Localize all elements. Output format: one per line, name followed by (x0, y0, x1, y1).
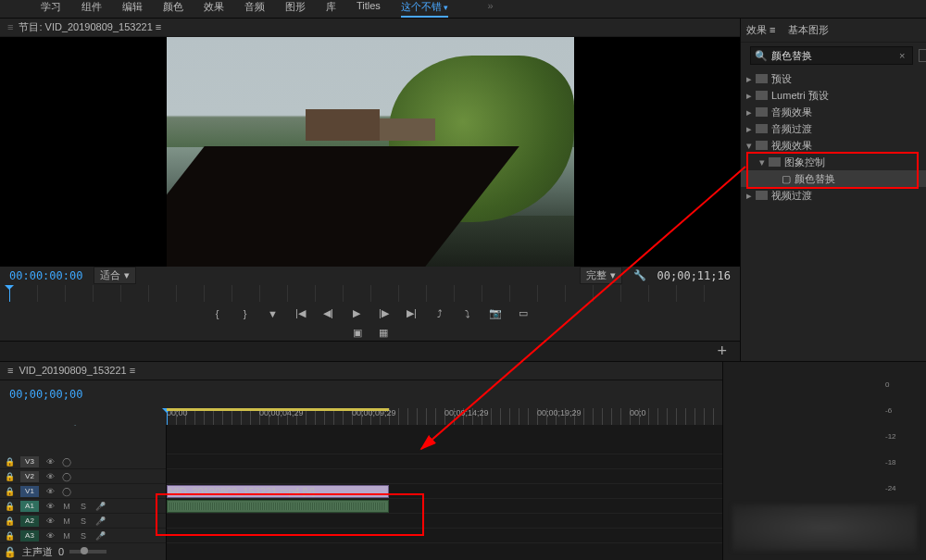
comparison-icon[interactable]: ▭ (516, 306, 531, 321)
timeline-ruler[interactable]: 00;00 00;00;04;29 00;00;09;29 00;00;14;2… (0, 408, 722, 425)
master-volume-slider[interactable] (69, 550, 106, 554)
timeline-lanes[interactable]: VID_20190809_153221.mp4 [V] (167, 425, 722, 560)
go-to-in-icon[interactable]: |◀ (294, 306, 308, 321)
workspace-tab[interactable]: 颜色 (163, 0, 183, 18)
settings-wrench-icon[interactable]: 🔧 (633, 269, 646, 281)
lock-icon[interactable]: 🔒 (4, 516, 15, 526)
tree-item-video-transitions[interactable]: ▸视频过渡 (741, 187, 926, 204)
tree-item-audio-transitions[interactable]: ▸音频过渡 (741, 120, 926, 137)
m-button[interactable]: M (61, 531, 72, 541)
mute-icon[interactable]: 👁 (44, 502, 56, 511)
playhead-timecode[interactable]: 00:00:00:00 (9, 269, 82, 282)
track-header-v1[interactable]: 🔒V1👁◯ (0, 484, 166, 499)
add-button-icon[interactable]: + (717, 342, 727, 361)
track-tag[interactable]: A2 (20, 516, 39, 527)
sequence-tab[interactable]: VID_20190809_153221 ≡ (19, 365, 135, 376)
tree-item-color-replace[interactable]: ▢颜色替换 (741, 170, 926, 187)
workspace-tab[interactable]: 图形 (285, 0, 306, 18)
eye-icon[interactable]: 👁 (44, 457, 56, 467)
lane-a1[interactable] (167, 499, 722, 514)
lane-v3[interactable] (167, 454, 722, 469)
extract-icon[interactable]: ⤵ (460, 306, 475, 321)
eye-icon[interactable]: 👁 (44, 487, 56, 496)
m-button[interactable]: M (61, 502, 72, 511)
mute-icon[interactable]: 👁 (44, 531, 56, 541)
sync-lock-icon[interactable]: ◯ (61, 457, 72, 467)
track-tag[interactable]: A3 (20, 530, 39, 541)
lock-icon[interactable]: 🔒 (4, 546, 17, 558)
mic-icon[interactable]: 🎤 (94, 502, 106, 511)
s-button[interactable]: S (78, 531, 89, 541)
playback-quality-dropdown[interactable]: 完整 ▾ (580, 267, 622, 284)
mark-out-icon[interactable]: } (238, 306, 253, 321)
overwrite-icon[interactable]: ▦ (376, 326, 391, 341)
workspace-tab[interactable]: Titles (357, 0, 381, 18)
eye-icon[interactable]: 👁 (44, 472, 56, 481)
workspace-tab-active[interactable]: 这个不错 (401, 0, 449, 18)
lock-icon[interactable]: 🔒 (4, 472, 15, 481)
timeline-timecode[interactable]: 00;00;00;00 (9, 388, 82, 401)
lift-icon[interactable]: ⤴ (432, 306, 447, 321)
s-button[interactable]: S (78, 516, 89, 526)
mic-icon[interactable]: 🎤 (94, 516, 106, 526)
track-header-a1[interactable]: 🔒A1👁MS🎤 (0, 499, 166, 514)
panel-menu-icon[interactable]: ≡ (7, 21, 13, 32)
track-tag[interactable]: A1 (20, 501, 39, 512)
accelerated-filter-icon[interactable] (919, 49, 926, 62)
mute-icon[interactable]: 👁 (44, 516, 56, 526)
m-button[interactable]: M (61, 516, 72, 526)
panel-menu-icon[interactable]: ≡ (7, 365, 13, 376)
track-tag[interactable]: V3 (20, 456, 39, 467)
mark-in-icon[interactable]: { (210, 306, 225, 321)
audio-clip[interactable] (167, 500, 389, 513)
step-forward-icon[interactable]: |▶ (377, 306, 392, 321)
add-marker-icon[interactable]: ▼ (266, 306, 281, 321)
tree-item-video-effects[interactable]: ▾视频效果 (741, 137, 926, 154)
zoom-fit-dropdown[interactable]: 适合 ▾ (94, 267, 136, 284)
video-clip[interactable]: VID_20190809_153221.mp4 [V] (167, 485, 389, 498)
workspace-tab[interactable]: 编辑 (122, 0, 143, 18)
tree-item-presets[interactable]: ▸预设 (741, 70, 926, 87)
lock-icon[interactable]: 🔒 (4, 531, 15, 541)
workspace-tab[interactable]: 效果 (204, 0, 224, 18)
effects-tab[interactable]: 效果 ≡ (746, 23, 775, 37)
track-header-v3[interactable]: 🔒V3👁◯ (0, 454, 166, 469)
master-track-header[interactable]: 🔒主声道0 (0, 543, 166, 560)
tree-item-audio-effects[interactable]: ▸音频效果 (741, 104, 926, 120)
s-button[interactable]: S (78, 502, 89, 511)
tree-item-image-control[interactable]: ▾图象控制 (741, 154, 926, 170)
mic-icon[interactable]: 🎤 (94, 531, 106, 541)
overflow-chevron-icon[interactable]: » (487, 0, 493, 18)
effects-search-box[interactable]: 🔍 × (750, 46, 913, 65)
clear-search-icon[interactable]: × (899, 50, 905, 61)
program-scrubber[interactable] (9, 285, 731, 302)
workspace-tab[interactable]: 音频 (244, 0, 265, 18)
track-header-a3[interactable]: 🔒A3👁MS🎤 (0, 529, 166, 543)
tree-item-lumetri-presets[interactable]: ▸Lumetri 预设 (741, 87, 926, 104)
lane-a2[interactable] (167, 514, 722, 529)
lock-icon[interactable]: 🔒 (4, 457, 15, 467)
lane-v2[interactable] (167, 469, 722, 484)
work-area-bar[interactable] (167, 408, 389, 411)
play-icon[interactable]: ▶ (349, 306, 364, 321)
track-tag[interactable]: V1 (20, 486, 39, 497)
insert-icon[interactable]: ▣ (350, 326, 365, 341)
track-header-v2[interactable]: 🔒V2👁◯ (0, 469, 166, 484)
lock-icon[interactable]: 🔒 (4, 502, 15, 511)
program-tab-title[interactable]: 节目: VID_20190809_153221 ≡ (19, 20, 161, 34)
export-frame-icon[interactable]: 📷 (488, 306, 503, 321)
essential-graphics-tab[interactable]: 基本图形 (788, 23, 829, 37)
lock-icon[interactable]: 🔒 (4, 487, 15, 496)
step-back-icon[interactable]: ◀| (321, 306, 336, 321)
workspace-tab[interactable]: 学习 (41, 0, 61, 18)
go-to-out-icon[interactable]: ▶| (405, 306, 419, 321)
track-tag[interactable]: V2 (20, 471, 39, 482)
workspace-tab[interactable]: 库 (326, 0, 336, 18)
sync-lock-icon[interactable]: ◯ (61, 487, 72, 496)
lane-a3[interactable] (167, 529, 722, 543)
workspace-tab[interactable]: 组件 (81, 0, 102, 18)
video-preview[interactable] (0, 37, 740, 267)
track-header-a2[interactable]: 🔒A2👁MS🎤 (0, 514, 166, 529)
effects-search-input[interactable] (771, 50, 899, 61)
sync-lock-icon[interactable]: ◯ (61, 472, 72, 481)
